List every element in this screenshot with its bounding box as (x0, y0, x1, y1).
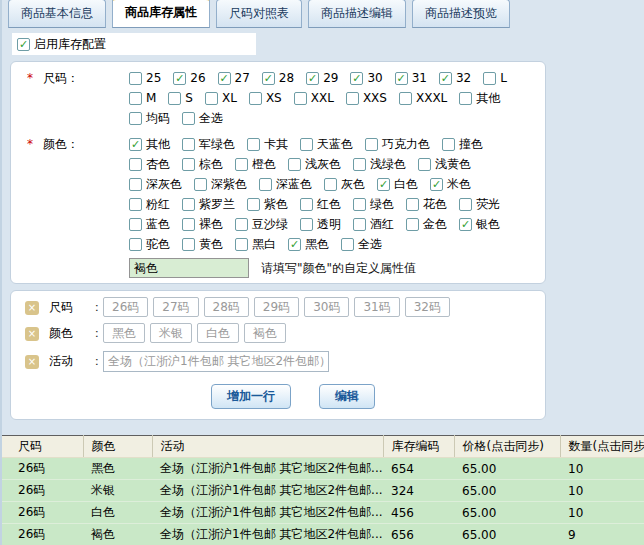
color-option[interactable]: 蓝色 (129, 216, 170, 233)
delete-size-row-icon[interactable]: × (25, 301, 39, 315)
sku-table-row[interactable]: 26码米银全场（江浙沪1件包邮 其它地区2件包邮...32465.0010 (2, 480, 644, 502)
color-option[interactable]: 豆沙绿 (235, 216, 288, 233)
unchecked-checkbox[interactable] (129, 72, 142, 85)
size-option[interactable]: ✓26 (173, 71, 205, 85)
color-option[interactable]: 浅黄色 (418, 156, 471, 173)
unchecked-checkbox[interactable] (205, 92, 218, 105)
unchecked-checkbox[interactable] (259, 178, 272, 191)
unchecked-checkbox[interactable] (129, 158, 142, 171)
column-header[interactable]: 数量(点击同步) (560, 436, 644, 458)
size-option[interactable]: ✓32 (439, 71, 471, 85)
sku-cell[interactable]: 65.00 (454, 480, 560, 502)
size-option[interactable]: 全选 (182, 110, 223, 127)
sku-cell[interactable]: 10 (560, 480, 644, 502)
checked-checkbox[interactable]: ✓ (377, 178, 390, 191)
unchecked-checkbox[interactable] (129, 178, 142, 191)
unchecked-checkbox[interactable] (247, 198, 260, 211)
color-option[interactable]: ✓其他 (129, 136, 170, 153)
color-option[interactable]: 深紫色 (194, 176, 247, 193)
sku-table-row[interactable]: 26码黑色全场（江浙沪1件包邮 其它地区2件包邮...65465.0010 (2, 458, 644, 480)
sku-cell[interactable]: 9 (560, 524, 644, 545)
sku-cell[interactable]: 10 (560, 458, 644, 480)
edit-button[interactable]: 编辑 (319, 384, 375, 409)
sku-cell[interactable]: 65.00 (454, 502, 560, 524)
size-tag[interactable]: 29码 (254, 297, 299, 317)
color-tag[interactable]: 米银 (150, 323, 192, 343)
size-option[interactable]: ✓28 (262, 71, 294, 85)
color-option[interactable]: 天蓝色 (300, 136, 353, 153)
unchecked-checkbox[interactable] (365, 138, 378, 151)
color-option[interactable]: 花色 (406, 196, 447, 213)
checked-checkbox[interactable]: ✓ (288, 238, 301, 251)
custom-color-input[interactable] (129, 258, 249, 278)
unchecked-checkbox[interactable] (182, 112, 195, 125)
color-option[interactable]: 棕色 (182, 156, 223, 173)
unchecked-checkbox[interactable] (182, 218, 195, 231)
unchecked-checkbox[interactable] (235, 218, 248, 231)
sku-cell[interactable]: 65.00 (454, 458, 560, 480)
column-header[interactable]: 价格(点击同步) (454, 436, 560, 458)
delete-color-row-icon[interactable]: × (25, 327, 39, 341)
color-option[interactable]: 黄色 (182, 236, 223, 253)
color-option[interactable]: 绿色 (353, 196, 394, 213)
size-option[interactable]: XS (249, 91, 282, 105)
unchecked-checkbox[interactable] (300, 198, 313, 211)
unchecked-checkbox[interactable] (300, 218, 313, 231)
color-option[interactable]: ✓银色 (459, 216, 500, 233)
tab-2[interactable]: 商品库存属性 (112, 0, 210, 28)
sku-table-row[interactable]: 26码褐色全场（江浙沪1件包邮 其它地区2件包邮...65665.009 (2, 524, 644, 545)
size-option[interactable]: XXL (294, 91, 334, 105)
color-option[interactable]: 粉红 (129, 196, 170, 213)
color-option[interactable]: 深蓝色 (259, 176, 312, 193)
color-option[interactable]: 透明 (300, 216, 341, 233)
size-option[interactable]: 其他 (459, 90, 500, 107)
tab-4[interactable]: 商品描述编辑 (308, 0, 406, 28)
tab-3[interactable]: 尺码对照表 (216, 0, 302, 28)
unchecked-checkbox[interactable] (129, 238, 142, 251)
unchecked-checkbox[interactable] (182, 238, 195, 251)
color-option[interactable]: 撞色 (442, 136, 483, 153)
size-option[interactable]: XXS (346, 91, 387, 105)
checked-checkbox[interactable]: ✓ (459, 218, 472, 231)
unchecked-checkbox[interactable] (399, 92, 412, 105)
size-option[interactable]: ✓29 (306, 71, 338, 85)
checked-checkbox[interactable]: ✓ (350, 72, 363, 85)
unchecked-checkbox[interactable] (459, 92, 472, 105)
color-option[interactable]: 驼色 (129, 236, 170, 253)
color-option[interactable]: 紫罗兰 (182, 196, 235, 213)
color-option[interactable]: 深灰色 (129, 176, 182, 193)
size-tag[interactable]: 30码 (304, 297, 349, 317)
activity-input[interactable] (103, 351, 329, 372)
color-option[interactable]: 橙色 (235, 156, 276, 173)
color-tag[interactable]: 黑色 (103, 323, 145, 343)
color-option[interactable]: 紫色 (247, 196, 288, 213)
unchecked-checkbox[interactable] (300, 138, 313, 151)
unchecked-checkbox[interactable] (353, 198, 366, 211)
sku-table-row[interactable]: 26码白色全场（江浙沪1件包邮 其它地区2件包邮...45665.0010 (2, 502, 644, 524)
unchecked-checkbox[interactable] (288, 158, 301, 171)
size-tag[interactable]: 32码 (405, 297, 450, 317)
tab-1[interactable]: 商品基本信息 (8, 0, 106, 28)
unchecked-checkbox[interactable] (406, 198, 419, 211)
checked-checkbox[interactable]: ✓ (439, 72, 452, 85)
unchecked-checkbox[interactable] (418, 158, 431, 171)
unchecked-checkbox[interactable] (353, 218, 366, 231)
tab-5[interactable]: 商品描述预览 (412, 0, 510, 28)
color-option[interactable]: 军绿色 (182, 136, 235, 153)
unchecked-checkbox[interactable] (182, 198, 195, 211)
size-option[interactable]: ✓30 (350, 71, 382, 85)
unchecked-checkbox[interactable] (294, 92, 307, 105)
checked-checkbox[interactable]: ✓ (218, 72, 231, 85)
sku-cell[interactable]: 65.00 (454, 524, 560, 545)
delete-activity-row-icon[interactable]: × (25, 355, 39, 369)
unchecked-checkbox[interactable] (247, 138, 260, 151)
unchecked-checkbox[interactable] (353, 158, 366, 171)
color-option[interactable]: 荧光 (459, 196, 500, 213)
checked-checkbox[interactable]: ✓ (306, 72, 319, 85)
color-option[interactable]: 裸色 (182, 216, 223, 233)
color-tag[interactable]: 白色 (197, 323, 239, 343)
unchecked-checkbox[interactable] (341, 238, 354, 251)
unchecked-checkbox[interactable] (194, 178, 207, 191)
unchecked-checkbox[interactable] (129, 92, 142, 105)
unchecked-checkbox[interactable] (182, 158, 195, 171)
